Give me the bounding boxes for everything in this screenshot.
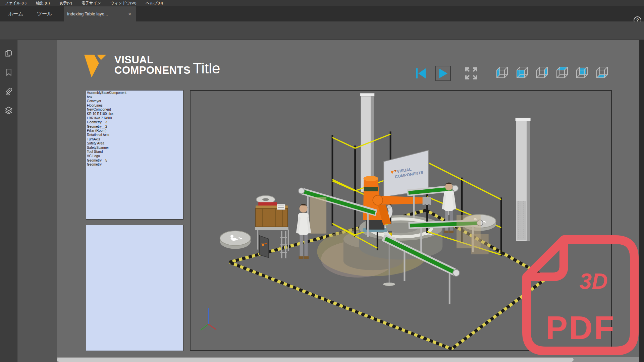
document-canvas: VISUAL COMPONENTS Title	[17, 40, 644, 362]
menu-esign[interactable]: 電子サイン	[77, 0, 106, 6]
layers-icon	[4, 106, 13, 115]
skip-to-start-button[interactable]	[413, 66, 429, 81]
menu-bar: ファイル (F) 編集 (E) 表示(V) 電子サイン ウィンドウ(W) ヘルプ…	[0, 0, 644, 6]
view-cube-back[interactable]	[575, 65, 588, 79]
component-list-item[interactable]: Geometry__2	[87, 125, 182, 129]
menu-view[interactable]: 表示(V)	[55, 0, 77, 6]
vc-logo-stand	[259, 236, 269, 258]
badge-3d-label: 3D	[580, 269, 608, 294]
page-thumbnails-button[interactable]	[3, 48, 14, 59]
horizontal-scrollbar-thumb[interactable]	[57, 358, 574, 362]
tab-home[interactable]: ホーム	[3, 6, 28, 21]
view-cube-top[interactable]	[555, 65, 569, 79]
pages-icon	[4, 49, 13, 58]
component-list-item[interactable]: VC Logo	[87, 154, 182, 159]
layers-button[interactable]	[3, 105, 14, 116]
skip-start-icon	[415, 67, 427, 79]
component-list-item[interactable]: FloorLines	[87, 104, 182, 108]
vc-logo-mark	[84, 55, 110, 78]
tab-bar: ホーム ツール Indexing Table layo... × ?	[0, 6, 644, 21]
fullscreen-button[interactable]	[464, 66, 479, 81]
cube-back-face-icon	[575, 65, 588, 79]
tab-tools[interactable]: ツール	[32, 6, 57, 21]
component-list-item[interactable]: Rotational Axis	[87, 133, 182, 137]
cube-bottom-face-icon	[595, 65, 608, 79]
menu-help[interactable]: ヘルプ(H)	[141, 0, 168, 6]
main-toolbar: 1 / 1 47.7%	[0, 21, 644, 40]
cube-top-face-icon	[555, 65, 569, 79]
tab-document[interactable]: Indexing Table layo... ×	[64, 6, 136, 21]
fullscreen-icon	[465, 67, 478, 80]
component-list-item[interactable]: KR 10 R1100 sixx	[87, 112, 182, 116]
component-list-item[interactable]: SafetyScanner	[87, 146, 182, 150]
menu-file[interactable]: ファイル (F)	[0, 0, 31, 6]
play-icon	[437, 68, 449, 79]
component-list-item[interactable]: TurnAxis	[87, 137, 182, 142]
cube-front-face-icon	[515, 65, 529, 79]
bookmark-icon	[5, 68, 13, 76]
stock-box	[471, 234, 489, 254]
vertical-scrollbar[interactable]	[639, 40, 644, 362]
tab-document-label: Indexing Table layo...	[67, 11, 127, 16]
view-cube-right[interactable]	[535, 65, 548, 79]
menu-window[interactable]: ウィンドウ(W)	[106, 0, 141, 6]
view-cube-left[interactable]	[495, 65, 508, 79]
component-list[interactable]: AssemblyBaseComponent box Conveyor Floor…	[86, 90, 183, 220]
component-list-item[interactable]: Tool Stand	[87, 150, 182, 154]
logo-line1: VISUAL	[114, 55, 191, 65]
component-list-item[interactable]: Conveyor	[87, 99, 182, 104]
attachments-button[interactable]	[3, 85, 14, 97]
component-list-item[interactable]: box	[87, 95, 182, 100]
cube-left-face-icon	[495, 65, 508, 79]
view-cube-front[interactable]	[515, 65, 529, 79]
visual-components-logo: VISUAL COMPONENTS	[84, 55, 191, 78]
pillar-right	[515, 118, 531, 241]
logo-line2: COMPONENTS	[114, 65, 191, 75]
safety-scanner-left	[220, 231, 251, 249]
paperclip-icon	[4, 87, 13, 96]
component-list-item[interactable]: Pillar (Room)	[87, 129, 182, 133]
badge-pdf-label: PDF	[546, 309, 615, 346]
horizontal-scrollbar[interactable]	[57, 357, 639, 362]
play-button[interactable]	[435, 66, 451, 81]
view-cube-bottom[interactable]	[595, 65, 608, 79]
page-title: Title	[193, 60, 220, 77]
coordinate-axes	[201, 308, 216, 330]
pdf-page: VISUAL COMPONENTS Title	[57, 40, 639, 357]
bookmarks-button[interactable]	[3, 66, 14, 78]
component-list-item[interactable]: Safety Area	[87, 141, 182, 146]
component-list-item[interactable]: Geometry	[87, 163, 182, 167]
menu-edit[interactable]: 編集 (E)	[31, 0, 55, 6]
component-list-item[interactable]: Geometry__3	[87, 120, 182, 125]
3d-pdf-badge: 3D PDF	[522, 235, 639, 356]
component-list-item[interactable]: NewComponent	[87, 108, 182, 112]
navigation-rail	[0, 40, 17, 362]
component-list-item[interactable]: AssemblyBaseComponent	[87, 91, 182, 95]
component-list-item[interactable]: Geometry__5	[87, 159, 182, 163]
close-tab-icon[interactable]: ×	[127, 11, 132, 17]
detail-list-empty[interactable]	[86, 225, 183, 351]
stock-box	[310, 197, 326, 233]
cube-right-face-icon	[535, 65, 548, 79]
component-list-item[interactable]: LBR iiwa 7 R800	[87, 116, 182, 121]
